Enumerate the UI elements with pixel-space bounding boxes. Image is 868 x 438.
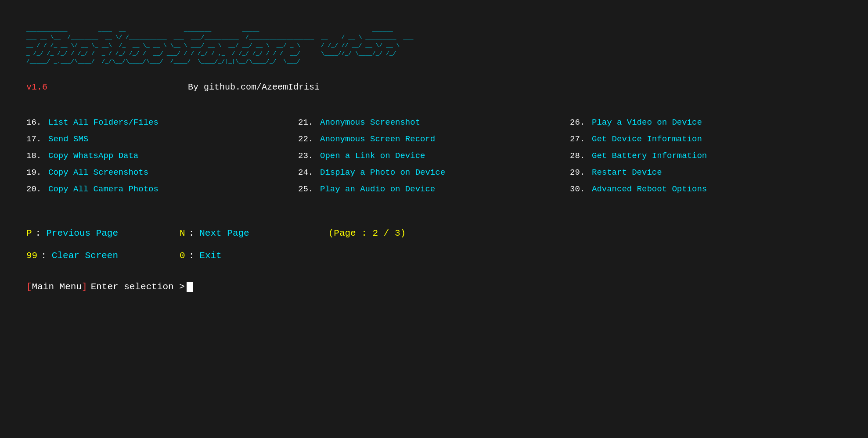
prev-label[interactable]: Previous Page — [46, 228, 118, 238]
author-label: By github.com/AzeemIdrisi — [188, 82, 320, 92]
menu-column-1: 16.List All Folders/Files17.Send SMS18.C… — [26, 114, 298, 197]
menu-item-label: Restart Device — [592, 164, 662, 181]
bracket-open: [ — [26, 282, 32, 292]
cursor — [187, 282, 193, 292]
clear-key: 99 — [26, 251, 37, 261]
menu-column-2: 21.Anonymous Screenshot22.Anonymous Scre… — [298, 114, 570, 197]
list-item[interactable]: 30.Advanced Reboot Options — [570, 181, 842, 197]
menu-item-label: Anonymous Screen Record — [320, 131, 435, 147]
menu-item-number: 29. — [570, 164, 592, 181]
list-item[interactable]: 22.Anonymous Screen Record — [298, 131, 570, 147]
menu-item-number: 16. — [26, 114, 48, 131]
menu-column-3: 26.Play a Video on Device27.Get Device I… — [570, 114, 842, 197]
menu-item-label: Play a Video on Device — [592, 114, 702, 131]
list-item[interactable]: 19.Copy All Screenshots — [26, 164, 298, 181]
next-sep: : — [189, 228, 194, 238]
menu-item-number: 19. — [26, 164, 48, 181]
menu-item-number: 27. — [570, 131, 592, 147]
list-item[interactable]: 21.Anonymous Screenshot — [298, 114, 570, 131]
list-item[interactable]: 29.Restart Device — [570, 164, 842, 181]
list-item[interactable]: 25.Play an Audio on Device — [298, 181, 570, 197]
bracket-close: ] — [82, 282, 87, 292]
prev-key: P — [26, 228, 32, 238]
menu-item-number: 25. — [298, 181, 320, 197]
menu-item-number: 21. — [298, 114, 320, 131]
version-label: v1.6 — [26, 82, 47, 92]
exit-key: 0 — [180, 251, 185, 261]
list-item[interactable]: 28.Get Battery Information — [570, 147, 842, 164]
list-item[interactable]: 16.List All Folders/Files — [26, 114, 298, 131]
menu-item-number: 28. — [570, 147, 592, 164]
list-item[interactable]: 17.Send SMS — [26, 131, 298, 147]
exit-label[interactable]: Exit — [199, 251, 221, 261]
menu-item-label: Copy All Screenshots — [48, 164, 148, 181]
clear-label[interactable]: Clear Screen — [52, 251, 118, 261]
version-row: v1.6 By github.com/AzeemIdrisi — [26, 82, 842, 92]
list-item[interactable]: 18.Copy WhatsApp Data — [26, 147, 298, 164]
page-info: (Page : 2 / 3) — [328, 228, 406, 238]
menu-item-label: Advanced Reboot Options — [592, 181, 707, 197]
next-label[interactable]: Next Page — [199, 228, 249, 238]
prev-sep: : — [36, 228, 41, 238]
prompt-text: Enter selection > — [91, 282, 185, 292]
prompt-row: [ Main Menu ] Enter selection > — [26, 282, 842, 292]
menu-item-number: 17. — [26, 131, 48, 147]
menu-label: Main Menu — [32, 282, 82, 292]
menu-item-label: Display a Photo on Device — [320, 164, 445, 181]
menu-item-label: List All Folders/Files — [48, 114, 158, 131]
menu-item-number: 24. — [298, 164, 320, 181]
menu-item-number: 20. — [26, 181, 48, 197]
menu-item-number: 23. — [298, 147, 320, 164]
nav-clear-exit-row: 99 : Clear Screen 0 : Exit — [26, 251, 842, 261]
next-key: N — [180, 228, 185, 238]
nav-prev-next-row: P : Previous Page N : Next Page (Page : … — [26, 228, 842, 238]
list-item[interactable]: 24.Display a Photo on Device — [298, 164, 570, 181]
menu-item-label: Play an Audio on Device — [320, 181, 435, 197]
ascii-art-header: ____________ ____ __ ________ _____ ____… — [26, 18, 842, 73]
menu-item-label: Send SMS — [48, 131, 88, 147]
menu-item-label: Get Device Information — [592, 131, 702, 147]
list-item[interactable]: 23.Open a Link on Device — [298, 147, 570, 164]
menu-item-number: 22. — [298, 131, 320, 147]
list-item[interactable]: 27.Get Device Information — [570, 131, 842, 147]
clear-sep: : — [41, 251, 47, 261]
menu-grid: 16.List All Folders/Files17.Send SMS18.C… — [26, 114, 842, 197]
menu-item-label: Anonymous Screenshot — [320, 114, 420, 131]
menu-item-label: Copy All Camera Photos — [48, 181, 158, 197]
menu-item-number: 30. — [570, 181, 592, 197]
exit-sep: : — [189, 251, 194, 261]
nav-section: P : Previous Page N : Next Page (Page : … — [26, 228, 842, 273]
menu-item-number: 26. — [570, 114, 592, 131]
menu-item-number: 18. — [26, 147, 48, 164]
menu-item-label: Get Battery Information — [592, 147, 707, 164]
list-item[interactable]: 20.Copy All Camera Photos — [26, 181, 298, 197]
list-item[interactable]: 26.Play a Video on Device — [570, 114, 842, 131]
menu-item-label: Open a Link on Device — [320, 147, 425, 164]
menu-item-label: Copy WhatsApp Data — [48, 147, 138, 164]
